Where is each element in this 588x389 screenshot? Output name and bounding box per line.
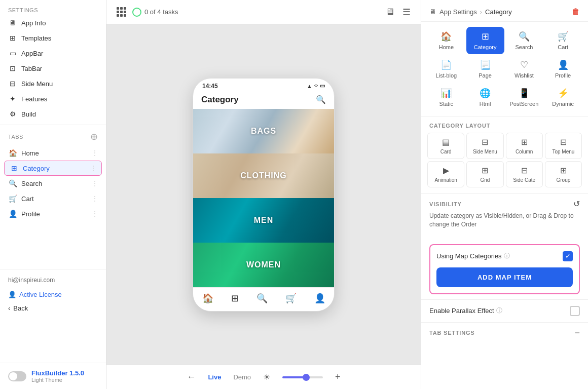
group-layout-icon: ⊞ xyxy=(560,166,567,175)
page-type-home[interactable]: 🏠 Home xyxy=(427,27,465,54)
layout-column[interactable]: ⊞ Column xyxy=(506,133,543,159)
add-map-item-button[interactable]: ADD MAP ITEM xyxy=(436,267,573,287)
breadcrumb: 🖥 App Settings › Category xyxy=(429,8,512,16)
page-type-page[interactable]: 📃 Page xyxy=(466,55,504,83)
layout-side-cate[interactable]: ⊟ Side Cate xyxy=(506,161,543,187)
sidebar-item-templates[interactable]: ⊞ Templates xyxy=(0,30,106,46)
list-icon[interactable]: ☰ xyxy=(402,7,411,18)
layout-side-menu[interactable]: ⊟ Side Menu xyxy=(466,133,503,159)
page-type-category[interactable]: ⊞ Category xyxy=(466,27,504,54)
map-categories-section: Using Map Categories ⓘ ✓ ADD MAP ITEM xyxy=(429,244,580,294)
page-type-cart[interactable]: 🛒 Cart xyxy=(544,27,582,54)
page-type-list-blog[interactable]: 📄 List-blog xyxy=(427,55,465,83)
page-type-html[interactable]: 🌐 Html xyxy=(466,84,504,111)
sidebar-item-appbar[interactable]: ▭ AppBar xyxy=(0,46,106,61)
phone-mockup: 14:45 ▲ ⌔ ▭ Category 🔍 BAGS xyxy=(193,78,335,312)
category-nav-icon: ⊞ xyxy=(10,164,19,172)
back-arrow-button[interactable]: ← xyxy=(187,372,196,382)
cat-bags: BAGS xyxy=(193,109,334,153)
zoom-plus-button[interactable]: + xyxy=(335,372,341,382)
drag-handle-home: ⋮ xyxy=(92,149,98,157)
theme-label: Light Theme xyxy=(31,377,84,383)
parallax-info-icon: ⓘ xyxy=(496,306,502,315)
sidebar-item-profile[interactable]: 👤 Profile ⋮ xyxy=(0,206,106,221)
phone-categories: BAGS CLOTHING MEN WOMEN xyxy=(193,109,334,287)
sidemenu-icon: ⊟ xyxy=(8,80,17,88)
grid-menu-icon[interactable] xyxy=(117,7,126,17)
sidebar-item-appinfo[interactable]: 🖥 App Info xyxy=(0,15,106,30)
brightness-icon[interactable]: ☀ xyxy=(263,372,270,382)
refresh-icon[interactable]: ↺ xyxy=(573,199,580,209)
layout-grid[interactable]: ⊞ Grid xyxy=(466,161,503,187)
animation-layout-icon: ▶ xyxy=(443,166,449,175)
appinfo-icon: 🖥 xyxy=(8,19,17,27)
phone-search-icon: 🔍 xyxy=(316,95,326,104)
app-name: FluxBuilder 1.5.0 xyxy=(31,369,84,377)
phone-nav-cart: 🛒 xyxy=(285,293,297,304)
layout-card[interactable]: ▤ Card xyxy=(427,133,464,159)
profile-page-icon: 👤 xyxy=(558,59,569,70)
monitor-icon[interactable]: 🖥 xyxy=(385,7,394,17)
active-license-item[interactable]: 👤 Active License xyxy=(0,288,106,301)
demo-button[interactable]: Demo xyxy=(233,373,251,381)
page-type-static[interactable]: 📊 Static xyxy=(427,84,465,111)
layout-group[interactable]: ⊞ Group xyxy=(545,161,582,187)
phone-nav-profile: 👤 xyxy=(314,293,325,304)
static-page-icon: 📊 xyxy=(440,88,452,99)
delete-icon[interactable]: 🗑 xyxy=(572,7,580,16)
card-layout-icon: ▤ xyxy=(442,137,450,147)
right-panel: 🖥 App Settings › Category 🗑 🏠 Home ⊞ Cat… xyxy=(421,0,588,389)
home-page-icon: 🏠 xyxy=(440,31,452,42)
user-email: hi@inspireui.com xyxy=(0,273,106,288)
cat-women-label: WOMEN xyxy=(193,243,334,287)
category-layout-title: CATEGORY LAYOUT xyxy=(421,116,588,133)
live-button[interactable]: Live xyxy=(208,373,221,381)
postscreen-page-icon: 📱 xyxy=(519,88,530,99)
layout-grid: ▤ Card ⊟ Side Menu ⊞ Column ⊟ Top Menu ▶… xyxy=(421,133,588,193)
cat-women: WOMEN xyxy=(193,243,334,287)
sidebar-item-tabbar[interactable]: ⊡ TabBar xyxy=(0,61,106,76)
back-button[interactable]: ‹ Back xyxy=(0,301,106,315)
drag-handle-category: ⋮ xyxy=(90,165,96,172)
sidebar-item-features[interactable]: ✦ Features xyxy=(0,91,106,106)
sidebar-item-build[interactable]: ⚙ Build xyxy=(0,106,106,122)
sidebar-item-sidemenu[interactable]: ⊟ Side Menu xyxy=(0,76,106,91)
page-type-dynamic[interactable]: ⚡ Dynamic xyxy=(544,84,582,111)
layout-animation[interactable]: ▶ Animation xyxy=(427,161,464,187)
parallax-checkbox[interactable] xyxy=(570,306,580,316)
add-tab-button[interactable]: ⊕ xyxy=(90,131,98,142)
layout-top-menu[interactable]: ⊟ Top Menu xyxy=(545,133,582,159)
cat-bags-label: BAGS xyxy=(193,109,334,153)
page-type-profile[interactable]: 👤 Profile xyxy=(544,55,582,83)
tabbar-icon: ⊡ xyxy=(8,64,17,72)
battery-icon: ▭ xyxy=(320,83,325,89)
center-content: 14:45 ▲ ⌔ ▭ Category 🔍 BAGS xyxy=(106,24,421,365)
cart-page-icon: 🛒 xyxy=(558,31,569,42)
dynamic-page-icon: ⚡ xyxy=(558,88,569,99)
right-panel-header: 🖥 App Settings › Category 🗑 xyxy=(421,0,588,22)
center-area: 0 of 4 tasks 🖥 ☰ 14:45 ▲ ⌔ ▭ Category 🔍 xyxy=(106,0,421,389)
sidebar-item-category[interactable]: ⊞ Category ⋮ xyxy=(4,161,102,176)
zoom-slider[interactable] xyxy=(282,376,323,378)
search-nav-icon: 🔍 xyxy=(8,179,17,187)
cat-clothing: CLOTHING xyxy=(193,153,334,198)
breadcrumb-current: Category xyxy=(485,8,512,16)
tabs-label: Tabs xyxy=(8,134,23,140)
topmenu-layout-icon: ⊟ xyxy=(560,137,567,147)
page-type-wishlist[interactable]: ♡ Wishlist xyxy=(505,55,543,83)
sidebar-item-search[interactable]: 🔍 Search ⋮ xyxy=(0,176,106,191)
phone-nav-search: 🔍 xyxy=(256,293,268,304)
build-icon: ⚙ xyxy=(8,110,17,118)
collapse-tab-settings-button[interactable]: − xyxy=(574,328,580,338)
theme-toggle[interactable] xyxy=(8,371,26,381)
sidebar-footer: FluxBuilder 1.5.0 Light Theme xyxy=(0,363,106,389)
sidebar-item-home[interactable]: 🏠 Home ⋮ xyxy=(0,145,106,161)
using-map-checkbox[interactable]: ✓ xyxy=(563,251,573,261)
page-page-icon: 📃 xyxy=(480,59,491,70)
sidebar-item-cart[interactable]: 🛒 Cart ⋮ xyxy=(0,191,106,206)
visibility-desc: Update category as Visible/Hidden, or Dr… xyxy=(429,212,580,229)
page-type-search[interactable]: 🔍 Search xyxy=(505,27,543,54)
cat-men: MEN xyxy=(193,198,334,243)
drag-handle-cart: ⋮ xyxy=(92,195,98,202)
page-type-postscreen[interactable]: 📱 PostScreen xyxy=(505,84,543,111)
